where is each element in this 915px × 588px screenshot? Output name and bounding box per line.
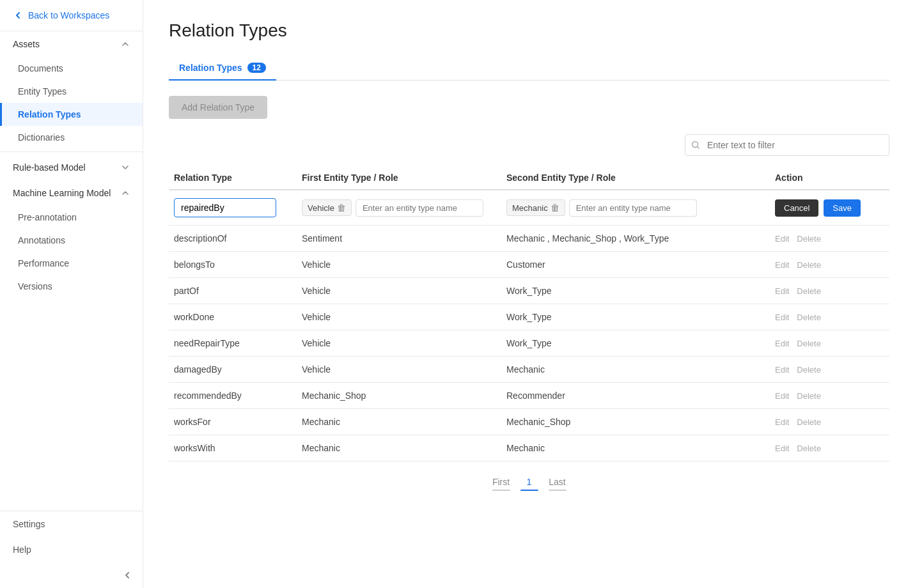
- row-action: Edit Delete: [770, 409, 889, 435]
- table-row: worksWith Mechanic Mechanic Edit Delete: [169, 435, 889, 461]
- table: Relation Type First Entity Type / Role S…: [169, 166, 889, 461]
- row-first-entity: Vehicle: [297, 252, 501, 278]
- tab-relation-types[interactable]: Relation Types 12: [169, 56, 276, 81]
- sidebar-item-relation-types[interactable]: Relation Types: [0, 103, 143, 126]
- assets-section-header[interactable]: Assets: [0, 31, 143, 57]
- edit-second-entity-cell: Mechanic 🗑: [501, 190, 770, 226]
- row-first-entity: Mechanic: [297, 409, 501, 435]
- first-entity-input[interactable]: [356, 199, 483, 217]
- row-second-entity: Work_Type: [501, 304, 770, 330]
- page-title: Relation Types: [169, 20, 889, 41]
- row-second-entity: Recommender: [501, 383, 770, 409]
- delete-button[interactable]: Delete: [797, 313, 821, 322]
- row-relation-type: needRepairType: [169, 330, 297, 357]
- edit-button[interactable]: Edit: [775, 313, 789, 322]
- row-relation-type: workDone: [169, 304, 297, 330]
- rule-based-section-header[interactable]: Rule-based Model: [0, 155, 143, 180]
- second-entity-delete-icon[interactable]: 🗑: [551, 203, 559, 213]
- row-action: Edit Delete: [770, 226, 889, 252]
- row-second-entity: Mechanic , Mechanic_Shop , Work_Type: [501, 226, 770, 252]
- sidebar-item-versions[interactable]: Versions: [0, 275, 143, 298]
- delete-button[interactable]: Delete: [797, 444, 821, 453]
- edit-first-entity-cell: Vehicle 🗑: [297, 190, 501, 226]
- row-second-entity: Mechanic_Shop: [501, 409, 770, 435]
- edit-button[interactable]: Edit: [775, 286, 789, 296]
- tab-label: Relation Types: [179, 63, 242, 73]
- sidebar-item-dictionaries[interactable]: Dictionaries: [0, 126, 143, 149]
- edit-button[interactable]: Edit: [775, 365, 789, 375]
- table-row: workDone Vehicle Work_Type Edit Delete: [169, 304, 889, 330]
- edit-button[interactable]: Edit: [775, 339, 789, 348]
- row-second-entity: Work_Type: [501, 278, 770, 304]
- table-row: belongsTo Vehicle Customer Edit Delete: [169, 252, 889, 278]
- save-button[interactable]: Save: [824, 199, 861, 217]
- filter-row: [169, 134, 889, 156]
- row-first-entity: Vehicle: [297, 357, 501, 383]
- table-header-row: Relation Type First Entity Type / Role S…: [169, 166, 889, 190]
- chevron-left-icon: [13, 10, 23, 20]
- row-relation-type: belongsTo: [169, 252, 297, 278]
- back-to-workspaces[interactable]: Back to Workspaces: [0, 0, 143, 31]
- delete-button[interactable]: Delete: [797, 286, 821, 296]
- chevron-down-icon: [121, 163, 130, 172]
- sidebar-item-annotations[interactable]: Annotations: [0, 229, 143, 252]
- pagination: First 1 Last: [169, 461, 889, 499]
- page-last[interactable]: Last: [546, 477, 569, 491]
- back-label: Back to Workspaces: [28, 10, 109, 20]
- delete-button[interactable]: Delete: [797, 365, 821, 375]
- second-entity-input[interactable]: [569, 199, 697, 217]
- filter-input[interactable]: [685, 134, 889, 156]
- table-body: Vehicle 🗑 Mechanic 🗑: [169, 190, 889, 461]
- edit-relation-type-cell: [169, 190, 297, 226]
- main-panel: Relation Types Relation Types 12 Add Rel…: [143, 0, 915, 588]
- edit-relation-type-input[interactable]: [174, 198, 276, 217]
- first-entity-delete-icon[interactable]: 🗑: [337, 203, 346, 213]
- row-action: Edit Delete: [770, 357, 889, 383]
- row-relation-type: recommendedBy: [169, 383, 297, 409]
- sidebar-item-pre-annotation[interactable]: Pre-annotation: [0, 206, 143, 229]
- edit-button[interactable]: Edit: [775, 260, 789, 270]
- col-relation-type: Relation Type: [169, 166, 297, 190]
- row-relation-type: worksFor: [169, 409, 297, 435]
- second-entity-tag: Mechanic 🗑: [506, 199, 565, 216]
- edit-button[interactable]: Edit: [775, 391, 789, 401]
- cancel-button[interactable]: Cancel: [775, 199, 818, 217]
- table-row: partOf Vehicle Work_Type Edit Delete: [169, 278, 889, 304]
- add-relation-type-button[interactable]: Add Relation Type: [169, 96, 267, 119]
- sidebar-divider-1: [0, 151, 143, 152]
- row-action: Edit Delete: [770, 330, 889, 357]
- row-action: Edit Delete: [770, 252, 889, 278]
- tab-badge: 12: [247, 63, 266, 73]
- page-1[interactable]: 1: [518, 477, 541, 491]
- sidebar: Back to Workspaces Assets Documents Enti…: [0, 0, 143, 588]
- page-last-underline: [549, 490, 567, 491]
- filter-input-wrap: [685, 134, 889, 156]
- delete-button[interactable]: Delete: [797, 234, 821, 244]
- delete-button[interactable]: Delete: [797, 391, 821, 401]
- page-first-underline: [492, 490, 510, 491]
- sidebar-bottom: Settings Help: [0, 511, 143, 588]
- collapse-sidebar-button[interactable]: [0, 562, 143, 588]
- main-content: Relation Types Relation Types 12 Add Rel…: [143, 0, 915, 588]
- row-relation-type: descriptionOf: [169, 226, 297, 252]
- help-item[interactable]: Help: [0, 537, 143, 562]
- delete-button[interactable]: Delete: [797, 417, 821, 427]
- sidebar-item-performance[interactable]: Performance: [0, 252, 143, 275]
- row-first-entity: Vehicle: [297, 278, 501, 304]
- delete-button[interactable]: Delete: [797, 339, 821, 348]
- row-first-entity: Vehicle: [297, 330, 501, 357]
- edit-button[interactable]: Edit: [775, 444, 789, 453]
- sidebar-item-entity-types[interactable]: Entity Types: [0, 80, 143, 103]
- page-first[interactable]: First: [490, 477, 513, 491]
- ml-model-section-header[interactable]: Machine Learning Model: [0, 180, 143, 206]
- chevron-left-collapse-icon: [122, 570, 132, 580]
- edit-button[interactable]: Edit: [775, 234, 789, 244]
- settings-item[interactable]: Settings: [0, 511, 143, 537]
- sidebar-item-documents[interactable]: Documents: [0, 57, 143, 80]
- row-relation-type: partOf: [169, 278, 297, 304]
- table-row: recommendedBy Mechanic_Shop Recommender …: [169, 383, 889, 409]
- first-entity-tag: Vehicle 🗑: [302, 199, 352, 216]
- relation-types-table: Relation Type First Entity Type / Role S…: [169, 166, 889, 461]
- delete-button[interactable]: Delete: [797, 260, 821, 270]
- edit-button[interactable]: Edit: [775, 417, 789, 427]
